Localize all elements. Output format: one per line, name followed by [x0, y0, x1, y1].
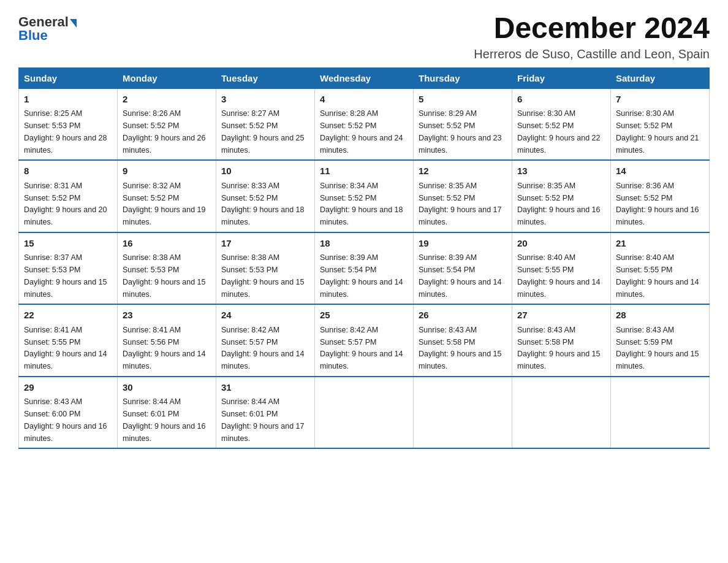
logo-arrow-icon [70, 19, 77, 28]
calendar-cell [512, 377, 611, 449]
day-info: Sunrise: 8:34 AMSunset: 5:52 PMDaylight:… [320, 182, 403, 226]
calendar-cell: 2Sunrise: 8:26 AMSunset: 5:52 PMDaylight… [118, 88, 216, 160]
calendar-cell: 3Sunrise: 8:27 AMSunset: 5:52 PMDaylight… [216, 88, 315, 160]
day-number: 17 [221, 237, 309, 251]
calendar-week-row: 8Sunrise: 8:31 AMSunset: 5:52 PMDaylight… [19, 160, 710, 232]
calendar-cell: 5Sunrise: 8:29 AMSunset: 5:52 PMDaylight… [414, 88, 512, 160]
day-number: 5 [419, 93, 507, 107]
calendar-cell: 1Sunrise: 8:25 AMSunset: 5:53 PMDaylight… [19, 88, 118, 160]
weekday-header-row: SundayMondayTuesdayWednesdayThursdayFrid… [19, 67, 710, 88]
calendar-table: SundayMondayTuesdayWednesdayThursdayFrid… [18, 67, 710, 450]
day-info: Sunrise: 8:44 AMSunset: 6:01 PMDaylight:… [221, 397, 305, 442]
day-number: 14 [616, 164, 704, 178]
day-info: Sunrise: 8:30 AMSunset: 5:52 PMDaylight:… [616, 109, 699, 154]
day-number: 25 [320, 308, 408, 323]
day-info: Sunrise: 8:32 AMSunset: 5:52 PMDaylight:… [123, 182, 206, 226]
day-info: Sunrise: 8:44 AMSunset: 6:01 PMDaylight:… [123, 397, 206, 442]
day-number: 16 [123, 237, 211, 251]
calendar-cell: 31Sunrise: 8:44 AMSunset: 6:01 PMDayligh… [216, 377, 315, 449]
day-info: Sunrise: 8:30 AMSunset: 5:52 PMDaylight:… [517, 109, 601, 154]
calendar-cell: 15Sunrise: 8:37 AMSunset: 5:53 PMDayligh… [19, 232, 118, 305]
day-info: Sunrise: 8:43 AMSunset: 5:58 PMDaylight:… [517, 326, 601, 370]
day-number: 9 [123, 164, 211, 178]
day-info: Sunrise: 8:42 AMSunset: 5:57 PMDaylight:… [221, 326, 305, 370]
day-number: 30 [123, 381, 211, 395]
calendar-week-row: 29Sunrise: 8:43 AMSunset: 6:00 PMDayligh… [19, 377, 710, 449]
calendar-cell: 4Sunrise: 8:28 AMSunset: 5:52 PMDaylight… [315, 88, 414, 160]
day-number: 24 [221, 308, 309, 323]
calendar-cell [414, 377, 512, 449]
day-number: 13 [517, 164, 605, 178]
day-info: Sunrise: 8:35 AMSunset: 5:52 PMDaylight:… [419, 182, 502, 226]
day-number: 11 [320, 164, 408, 178]
calendar-cell: 28Sunrise: 8:43 AMSunset: 5:59 PMDayligh… [611, 304, 710, 377]
day-info: Sunrise: 8:41 AMSunset: 5:55 PMDaylight:… [24, 326, 107, 370]
day-number: 15 [24, 237, 112, 251]
day-number: 23 [123, 308, 211, 323]
day-number: 27 [517, 308, 605, 323]
calendar-cell: 18Sunrise: 8:39 AMSunset: 5:54 PMDayligh… [315, 232, 414, 305]
day-number: 6 [517, 93, 605, 107]
day-info: Sunrise: 8:40 AMSunset: 5:55 PMDaylight:… [616, 253, 699, 298]
day-number: 31 [221, 381, 309, 395]
calendar-cell [315, 377, 414, 449]
calendar-cell: 7Sunrise: 8:30 AMSunset: 5:52 PMDaylight… [611, 88, 710, 160]
calendar-cell: 13Sunrise: 8:35 AMSunset: 5:52 PMDayligh… [512, 160, 611, 232]
day-number: 18 [320, 237, 408, 251]
calendar-cell: 11Sunrise: 8:34 AMSunset: 5:52 PMDayligh… [315, 160, 414, 232]
logo-general: General [18, 15, 69, 29]
calendar-cell: 25Sunrise: 8:42 AMSunset: 5:57 PMDayligh… [315, 304, 414, 377]
calendar-cell: 22Sunrise: 8:41 AMSunset: 5:55 PMDayligh… [19, 304, 118, 377]
day-info: Sunrise: 8:43 AMSunset: 5:59 PMDaylight:… [616, 326, 699, 370]
day-number: 10 [221, 164, 309, 178]
calendar-cell: 19Sunrise: 8:39 AMSunset: 5:54 PMDayligh… [414, 232, 512, 305]
calendar-cell: 23Sunrise: 8:41 AMSunset: 5:56 PMDayligh… [118, 304, 216, 377]
calendar-cell: 20Sunrise: 8:40 AMSunset: 5:55 PMDayligh… [512, 232, 611, 305]
logo: General Blue [18, 15, 77, 42]
calendar-cell: 21Sunrise: 8:40 AMSunset: 5:55 PMDayligh… [611, 232, 710, 305]
day-info: Sunrise: 8:42 AMSunset: 5:57 PMDaylight:… [320, 326, 403, 370]
weekday-header-tuesday: Tuesday [216, 67, 315, 88]
day-info: Sunrise: 8:25 AMSunset: 5:53 PMDaylight:… [24, 109, 107, 154]
day-info: Sunrise: 8:43 AMSunset: 6:00 PMDaylight:… [24, 397, 107, 442]
day-number: 28 [616, 308, 704, 323]
day-info: Sunrise: 8:31 AMSunset: 5:52 PMDaylight:… [24, 182, 107, 226]
calendar-week-row: 15Sunrise: 8:37 AMSunset: 5:53 PMDayligh… [19, 232, 710, 305]
calendar-cell: 9Sunrise: 8:32 AMSunset: 5:52 PMDaylight… [118, 160, 216, 232]
day-number: 12 [419, 164, 507, 178]
weekday-header-thursday: Thursday [414, 67, 512, 88]
day-info: Sunrise: 8:33 AMSunset: 5:52 PMDaylight:… [221, 182, 305, 226]
header: General Blue December 2024 Herreros de S… [18, 12, 710, 61]
day-number: 26 [419, 308, 507, 323]
location-subtitle: Herreros de Suso, Castille and Leon, Spa… [474, 47, 710, 61]
calendar-cell: 30Sunrise: 8:44 AMSunset: 6:01 PMDayligh… [118, 377, 216, 449]
day-number: 29 [24, 381, 112, 395]
day-info: Sunrise: 8:41 AMSunset: 5:56 PMDaylight:… [123, 326, 206, 370]
calendar-week-row: 22Sunrise: 8:41 AMSunset: 5:55 PMDayligh… [19, 304, 710, 377]
calendar-cell: 29Sunrise: 8:43 AMSunset: 6:00 PMDayligh… [19, 377, 118, 449]
day-info: Sunrise: 8:39 AMSunset: 5:54 PMDaylight:… [320, 253, 403, 298]
title-block: December 2024 Herreros de Suso, Castille… [474, 12, 710, 61]
day-info: Sunrise: 8:39 AMSunset: 5:54 PMDaylight:… [419, 253, 502, 298]
day-number: 21 [616, 237, 704, 251]
day-number: 22 [24, 308, 112, 323]
weekday-header-friday: Friday [512, 67, 611, 88]
day-number: 19 [419, 237, 507, 251]
day-info: Sunrise: 8:28 AMSunset: 5:52 PMDaylight:… [320, 109, 403, 154]
day-number: 1 [24, 93, 112, 107]
day-info: Sunrise: 8:38 AMSunset: 5:53 PMDaylight:… [123, 253, 206, 298]
calendar-cell: 6Sunrise: 8:30 AMSunset: 5:52 PMDaylight… [512, 88, 611, 160]
calendar-cell: 17Sunrise: 8:38 AMSunset: 5:53 PMDayligh… [216, 232, 315, 305]
calendar-cell: 14Sunrise: 8:36 AMSunset: 5:52 PMDayligh… [611, 160, 710, 232]
weekday-header-monday: Monday [118, 67, 216, 88]
day-number: 7 [616, 93, 704, 107]
month-title: December 2024 [474, 12, 710, 45]
calendar-cell: 26Sunrise: 8:43 AMSunset: 5:58 PMDayligh… [414, 304, 512, 377]
calendar-cell: 16Sunrise: 8:38 AMSunset: 5:53 PMDayligh… [118, 232, 216, 305]
calendar-cell: 12Sunrise: 8:35 AMSunset: 5:52 PMDayligh… [414, 160, 512, 232]
calendar-cell: 10Sunrise: 8:33 AMSunset: 5:52 PMDayligh… [216, 160, 315, 232]
day-number: 20 [517, 237, 605, 251]
weekday-header-sunday: Sunday [19, 67, 118, 88]
day-info: Sunrise: 8:43 AMSunset: 5:58 PMDaylight:… [419, 326, 502, 370]
logo-blue: Blue [18, 28, 48, 43]
